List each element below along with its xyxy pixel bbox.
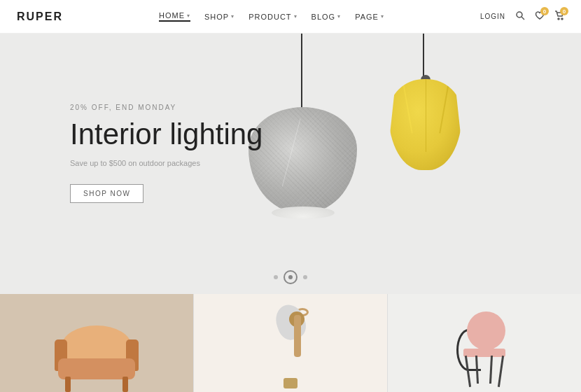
nav-right-actions: LOGIN 0 0: [480, 10, 564, 22]
hero-title: Interior lighting: [70, 118, 262, 150]
nav-item-blog[interactable]: BLOG ▾: [312, 13, 342, 21]
chevron-down-icon: ▾: [231, 13, 234, 20]
svg-point-2: [558, 18, 559, 20]
hero-section: 20% OFF, END MONDAY Interior lighting Sa…: [0, 34, 581, 294]
wishlist-badge: 0: [540, 7, 549, 15]
product-card-armchair[interactable]: [0, 294, 193, 392]
navbar: RUPER HOME ▾ SHOP ▾ PRODUCT ▾ BLOG ▾: [0, 0, 581, 34]
chevron-down-icon: ▾: [294, 13, 298, 20]
slide-indicators: [274, 270, 307, 284]
product-card-spotlight[interactable]: [193, 294, 388, 392]
nav-item-shop[interactable]: SHOP ▾: [204, 13, 234, 21]
pendant-lamp-gray: [248, 107, 357, 219]
chevron-down-icon: ▾: [337, 13, 341, 20]
slide-dot-3[interactable]: [303, 275, 307, 279]
product-card-design-chair[interactable]: [388, 294, 581, 392]
armchair-illustration: [51, 315, 142, 392]
hero-subtitle: Save up to $500 on outdoor packages: [70, 159, 262, 167]
hero-cta-button[interactable]: SHOP NOW: [70, 184, 144, 203]
svg-line-1: [522, 17, 524, 20]
slide-dot-2-active[interactable]: [284, 270, 298, 284]
hero-promo: 20% OFF, END MONDAY: [70, 104, 262, 111]
nav-item-product[interactable]: PRODUCT ▾: [248, 13, 297, 21]
design-chair-illustration: [442, 308, 526, 392]
nav-item-home[interactable]: HOME ▾: [159, 11, 190, 22]
brand-logo: RUPER: [17, 10, 63, 23]
login-link[interactable]: LOGIN: [480, 13, 505, 20]
wishlist-icon[interactable]: 0: [535, 10, 545, 22]
search-icon[interactable]: [515, 10, 525, 22]
nav-links: HOME ▾ SHOP ▾ PRODUCT ▾ BLOG ▾ PAGE: [159, 11, 384, 22]
chevron-down-icon: ▾: [187, 13, 190, 19]
cart-icon[interactable]: 0: [554, 10, 564, 22]
product-section: [0, 294, 581, 392]
nav-item-page[interactable]: PAGE ▾: [355, 13, 384, 21]
chevron-down-icon: ▾: [381, 13, 384, 20]
spotlight-illustration: [262, 304, 318, 388]
pendant-lamp-yellow: [388, 79, 462, 174]
hero-text-block: 20% OFF, END MONDAY Interior lighting Sa…: [70, 104, 262, 203]
svg-point-3: [561, 18, 563, 20]
slide-dot-1[interactable]: [274, 275, 278, 279]
svg-point-0: [517, 12, 522, 18]
cart-badge: 0: [560, 7, 568, 15]
lamp-cord-gray: [301, 34, 302, 111]
